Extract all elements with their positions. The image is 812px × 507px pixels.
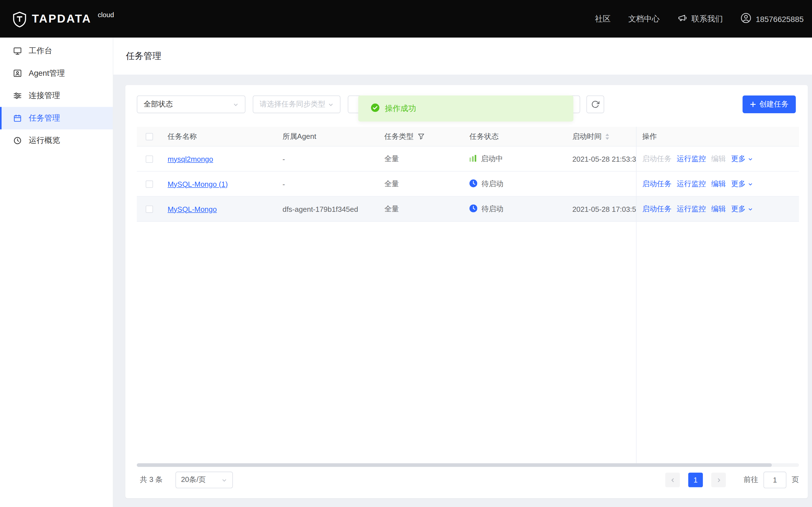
- sidebar-item-label: 任务管理: [29, 113, 60, 123]
- table-row: mysql2mongo - 全量 启动中 20: [137, 147, 799, 172]
- run-monitor-action[interactable]: 运行监控: [677, 179, 706, 188]
- agent-value: dfs-agent-179b1f345ed: [283, 205, 358, 213]
- prev-page-button[interactable]: [665, 473, 680, 487]
- refresh-icon: [591, 100, 600, 109]
- sidebar-item-label: 工作台: [29, 46, 52, 56]
- page-title: 任务管理: [126, 50, 161, 62]
- sync-type-select[interactable]: 请选择任务同步类型: [253, 96, 340, 113]
- row-check-cell: [137, 147, 162, 171]
- page-size-value: 20条/页: [181, 475, 206, 485]
- start-task-action[interactable]: 启动任务: [642, 179, 672, 188]
- col-header-agent[interactable]: 所属Agent: [277, 127, 378, 146]
- edit-action[interactable]: 编辑: [711, 204, 726, 214]
- page-number-button[interactable]: 1: [688, 473, 703, 487]
- task-icon: [13, 114, 22, 122]
- col-header-task-name[interactable]: 任务名称: [162, 127, 276, 146]
- col-header-label: 任务类型: [384, 132, 414, 141]
- refresh-button[interactable]: [587, 96, 604, 113]
- task-name-link[interactable]: MySQL-Mongo: [168, 205, 217, 213]
- task-type-value: 全量: [384, 154, 399, 163]
- more-action[interactable]: 更多: [731, 204, 753, 214]
- agent-icon: [13, 69, 22, 77]
- pager: 1 前往 页: [665, 471, 799, 488]
- start-time-value: 2021-05-28 17:03:5: [572, 205, 636, 213]
- col-header-task-status[interactable]: 任务状态: [464, 127, 567, 146]
- goto-unit-label: 页: [792, 475, 799, 485]
- edit-action[interactable]: 编辑: [711, 154, 726, 163]
- nav-community[interactable]: 社区: [595, 14, 611, 24]
- nav-account[interactable]: 18576625885: [741, 12, 804, 25]
- nav-contact[interactable]: 联系我们: [677, 13, 723, 24]
- sidebar-item-label: 运行概览: [29, 136, 60, 146]
- sort-icon[interactable]: [605, 133, 610, 140]
- col-header-label: 启动时间: [572, 132, 602, 141]
- topnav: 社区 文档中心 联系我们: [595, 12, 804, 25]
- sidebar-item-workbench[interactable]: 工作台: [0, 40, 113, 62]
- task-table: 任务名称 所属Agent 任务类型 任务状态: [137, 127, 799, 467]
- task-type-value: 全量: [384, 204, 399, 214]
- success-check-icon: [371, 103, 379, 114]
- run-monitor-action[interactable]: 运行监控: [677, 154, 706, 163]
- col-header-operations: 操作: [636, 127, 799, 146]
- row-checkbox[interactable]: [146, 155, 153, 163]
- agent-value: -: [283, 180, 285, 188]
- next-page-button[interactable]: [711, 473, 726, 487]
- edit-action[interactable]: 编辑: [711, 179, 726, 188]
- pagination-bar: 共 3 条 20条/页 1 前往 页: [137, 469, 799, 490]
- table-row: MySQL-Mongo dfs-agent-179b1f345ed 全量 待启动: [137, 196, 799, 222]
- filter-funnel-icon[interactable]: [418, 133, 424, 140]
- chevron-down-icon: [748, 207, 753, 212]
- task-management-card: 全部状态 请选择任务同步类型 创建任务: [125, 85, 808, 498]
- brand[interactable]: TAPDATA cloud: [12, 10, 114, 27]
- status-label: 待启动: [481, 204, 504, 214]
- connection-icon: [13, 91, 22, 100]
- row-check-cell: [137, 196, 162, 221]
- status-running-icon: [469, 155, 477, 163]
- status-filter-value: 全部状态: [144, 100, 173, 109]
- more-action[interactable]: 更多: [731, 154, 753, 163]
- start-task-action[interactable]: 启动任务: [642, 204, 672, 214]
- table-row: MySQL-Mongo (1) - 全量 待启动: [137, 172, 799, 196]
- more-label: 更多: [731, 179, 746, 188]
- run-monitor-action[interactable]: 运行监控: [677, 204, 706, 214]
- more-action[interactable]: 更多: [731, 179, 753, 188]
- sidebar-item-overview[interactable]: 运行概览: [0, 129, 113, 152]
- select-all-checkbox[interactable]: [146, 133, 153, 140]
- task-name-link[interactable]: MySQL-Mongo (1): [168, 180, 228, 188]
- start-task-action[interactable]: 启动任务: [642, 154, 672, 163]
- sync-type-placeholder: 请选择任务同步类型: [259, 100, 325, 109]
- col-header-start-time[interactable]: 启动时间: [567, 127, 636, 146]
- overview-icon: [13, 136, 22, 145]
- sidebar-item-connection[interactable]: 连接管理: [0, 84, 113, 107]
- sidebar-item-agent[interactable]: Agent管理: [0, 62, 113, 84]
- page-size-select[interactable]: 20条/页: [175, 471, 233, 488]
- status-label: 启动中: [481, 154, 503, 163]
- horizontal-scrollbar[interactable]: [137, 463, 799, 467]
- row-check-cell: [137, 172, 162, 196]
- header-check-cell: [137, 127, 162, 146]
- row-checkbox[interactable]: [146, 205, 153, 213]
- total-count-label: 共 3 条: [140, 475, 163, 485]
- row-checkbox[interactable]: [146, 180, 153, 187]
- brand-cloud-label: cloud: [98, 11, 114, 18]
- task-name-link[interactable]: mysql2mongo: [168, 155, 213, 163]
- col-header-task-type[interactable]: 任务类型: [378, 127, 464, 146]
- chevron-down-icon: [221, 477, 227, 483]
- goto-label: 前往: [744, 475, 758, 485]
- sidebar-item-label: Agent管理: [29, 68, 65, 78]
- col-header-label: 操作: [642, 132, 657, 141]
- nav-contact-label: 联系我们: [692, 14, 723, 24]
- more-label: 更多: [731, 204, 746, 214]
- status-filter-select[interactable]: 全部状态: [137, 96, 245, 113]
- sidebar: 工作台 Agent管理 连接管理 任务管理 运行概览: [0, 38, 113, 507]
- chevron-down-icon: [748, 181, 753, 187]
- col-header-label: 所属Agent: [283, 132, 316, 141]
- more-label: 更多: [731, 154, 746, 163]
- sidebar-item-task[interactable]: 任务管理: [0, 107, 113, 129]
- goto-page-input[interactable]: [763, 471, 786, 488]
- chevron-down-icon: [328, 101, 334, 107]
- col-header-label: 任务状态: [469, 132, 499, 141]
- scrollbar-thumb[interactable]: [137, 463, 772, 467]
- create-task-button[interactable]: 创建任务: [743, 96, 796, 113]
- nav-docs[interactable]: 文档中心: [628, 14, 659, 24]
